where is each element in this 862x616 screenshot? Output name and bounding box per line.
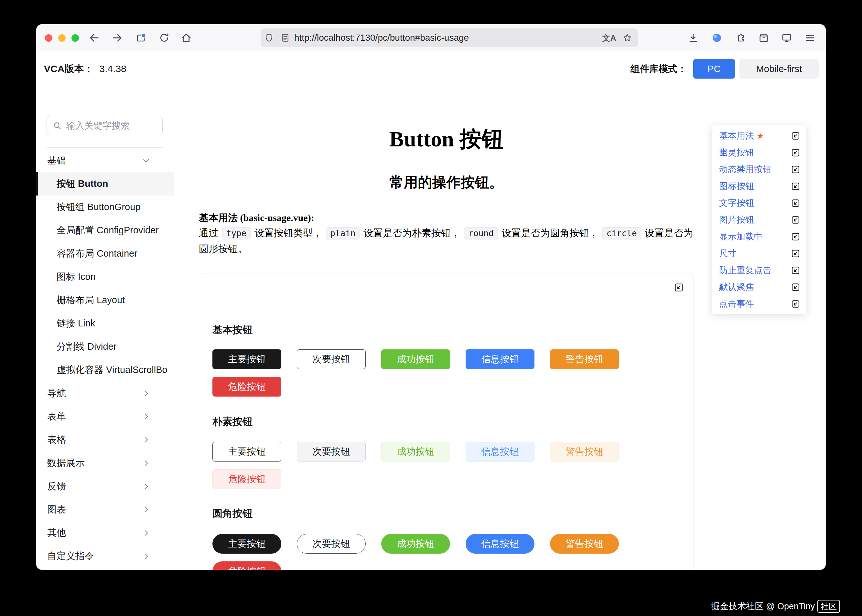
library-icon[interactable] <box>758 32 769 43</box>
anchor-link[interactable]: 文字按钮 <box>712 195 806 211</box>
anchor-link[interactable]: 幽灵按钮 <box>712 144 806 161</box>
sidebar-item[interactable]: 栅格布局 Layout <box>36 289 174 312</box>
anchor-link-label: 图标按钮 <box>719 180 754 192</box>
footer-watermark: 掘金技术社区 @ OpenTiny 社区 <box>711 600 840 613</box>
demo-button-danger-round[interactable]: 危险按钮 <box>212 561 281 570</box>
zoom-window-button[interactable] <box>71 34 79 42</box>
refresh-icon[interactable] <box>159 32 170 43</box>
chevron-right-icon <box>142 412 150 421</box>
sidebar-group-6[interactable]: 图表 <box>36 498 174 521</box>
sidebar-group-0[interactable]: 基础 <box>36 149 174 172</box>
demo-button-danger[interactable]: 危险按钮 <box>212 377 281 396</box>
chevron-right-icon <box>142 389 150 398</box>
translate-icon[interactable]: 文A <box>602 33 616 43</box>
demo-button-success-round[interactable]: 成功按钮 <box>381 534 450 554</box>
demo-jump-icon[interactable] <box>791 215 800 225</box>
demo-section-label: 基本按钮 <box>212 323 253 337</box>
sidebar-group-label: 表格 <box>47 434 66 446</box>
menu-icon[interactable] <box>804 32 815 43</box>
demo-jump-icon[interactable] <box>791 131 800 141</box>
demo-jump-icon[interactable] <box>791 165 800 174</box>
shield-icon[interactable] <box>264 33 274 42</box>
mode-pc-button[interactable]: PC <box>693 59 735 79</box>
demo-jump-icon[interactable] <box>791 232 800 241</box>
sidebar-menu: 基础按钮 Button按钮组 ButtonGroup全局配置 ConfigPro… <box>36 149 174 568</box>
demo-button-secondary-plain[interactable]: 次要按钮 <box>297 442 366 462</box>
demo-jump-icon[interactable] <box>791 249 800 258</box>
anchor-link[interactable]: 图标按钮 <box>712 178 806 195</box>
demo-button-row: 主要按钮次要按钮成功按钮信息按钮警告按钮 <box>212 534 619 554</box>
devices-icon[interactable] <box>781 32 792 43</box>
demo-button-warning-plain[interactable]: 警告按钮 <box>550 442 619 462</box>
sidebar-item[interactable]: 全局配置 ConfigProvider <box>36 219 174 242</box>
firefox-view-icon[interactable] <box>136 32 147 43</box>
demo-jump-icon[interactable] <box>791 283 800 292</box>
main-content: Button 按钮 常用的操作按钮。 基本用法 (basic-usage.vue… <box>174 86 826 570</box>
download-icon[interactable] <box>688 32 699 43</box>
demo-button-secondary[interactable]: 次要按钮 <box>297 349 366 369</box>
demo-button-primary[interactable]: 主要按钮 <box>212 349 281 369</box>
demo-jump-icon[interactable] <box>674 283 684 292</box>
sidebar-group-label: 反馈 <box>47 480 66 493</box>
anchor-link[interactable]: 点击事件 <box>712 295 806 312</box>
sidebar-item[interactable]: 分割线 Divider <box>36 335 174 358</box>
inline-code: type <box>222 227 251 239</box>
demo-button-success-plain[interactable]: 成功按钮 <box>381 442 450 462</box>
close-window-button[interactable] <box>45 34 52 42</box>
demo-jump-icon[interactable] <box>791 182 800 191</box>
sidebar-group-2[interactable]: 表单 <box>36 405 174 428</box>
demo-button-row: 危险按钮 <box>212 469 281 489</box>
demo-button-secondary-round[interactable]: 次要按钮 <box>297 534 366 554</box>
sidebar-search[interactable] <box>47 116 163 135</box>
anchor-link[interactable]: 基本用法★ <box>712 127 806 144</box>
sidebar-item[interactable]: 按钮组 ButtonGroup <box>36 195 174 219</box>
mode-mobile-button[interactable]: Mobile-first <box>739 59 819 79</box>
anchor-link[interactable]: 图片按钮 <box>712 211 806 228</box>
anchor-link[interactable]: 显示加载中 <box>712 228 806 245</box>
demo-button-warning[interactable]: 警告按钮 <box>550 349 619 369</box>
demo-jump-icon[interactable] <box>791 148 800 157</box>
forward-icon[interactable] <box>112 32 123 43</box>
page-icon[interactable] <box>280 33 290 42</box>
demo-jump-icon[interactable] <box>791 299 800 309</box>
extensions-icon[interactable] <box>735 32 746 43</box>
sidebar-group-label: 图表 <box>47 503 66 516</box>
home-icon[interactable] <box>181 32 192 43</box>
anchor-link[interactable]: 防止重复点击 <box>712 262 806 278</box>
sidebar-group-4[interactable]: 数据展示 <box>36 451 174 475</box>
demo-button-info-plain[interactable]: 信息按钮 <box>466 442 535 462</box>
usage-paragraph: 通过 type 设置按钮类型， plain 设置是否为朴素按钮， round 设… <box>199 225 694 256</box>
sidebar-item[interactable]: 图标 Icon <box>36 266 174 289</box>
url-bar[interactable]: http://localhost:7130/pc/button#basic-us… <box>261 28 638 47</box>
demo-button-primary-round[interactable]: 主要按钮 <box>212 534 281 554</box>
demo-button-info-round[interactable]: 信息按钮 <box>466 534 535 554</box>
demo-button-danger-plain[interactable]: 危险按钮 <box>212 469 281 489</box>
sidebar-item[interactable]: 按钮 Button <box>36 172 174 195</box>
sidebar-group-3[interactable]: 表格 <box>36 428 174 451</box>
sidebar-item[interactable]: 链接 Link <box>36 312 174 335</box>
sidebar-group-8[interactable]: 自定义指令 <box>36 545 174 568</box>
back-icon[interactable] <box>89 32 100 43</box>
url-text[interactable]: http://localhost:7130/pc/button#basic-us… <box>294 28 469 47</box>
sidebar-item[interactable]: 虚拟化容器 VirtualScrollBo <box>36 358 174 382</box>
search-input[interactable] <box>66 120 154 131</box>
demo-button-success[interactable]: 成功按钮 <box>381 349 450 369</box>
bookmark-star-icon[interactable] <box>623 33 632 42</box>
sidebar-group-1[interactable]: 导航 <box>36 382 174 405</box>
anchor-link[interactable]: 尺寸 <box>712 245 806 262</box>
anchor-link[interactable]: 默认聚焦 <box>712 278 806 295</box>
demo-jump-icon[interactable] <box>791 266 800 275</box>
demo-button-warning-round[interactable]: 警告按钮 <box>550 534 619 554</box>
demo-section-label: 圆角按钮 <box>212 507 253 520</box>
search-icon <box>53 121 62 130</box>
sidebar-item[interactable]: 容器布局 Container <box>36 242 174 266</box>
demo-button-info[interactable]: 信息按钮 <box>466 349 535 369</box>
sidebar-group-7[interactable]: 其他 <box>36 521 174 545</box>
minimize-window-button[interactable] <box>58 34 66 42</box>
sidebar-group-5[interactable]: 反馈 <box>36 475 174 498</box>
demo-button-primary-plain[interactable]: 主要按钮 <box>212 442 281 462</box>
account-avatar-icon[interactable] <box>711 32 722 43</box>
anchor-link[interactable]: 动态禁用按钮 <box>712 161 806 178</box>
browser-toolbar: http://localhost:7130/pc/button#basic-us… <box>36 24 826 52</box>
demo-jump-icon[interactable] <box>791 198 800 208</box>
